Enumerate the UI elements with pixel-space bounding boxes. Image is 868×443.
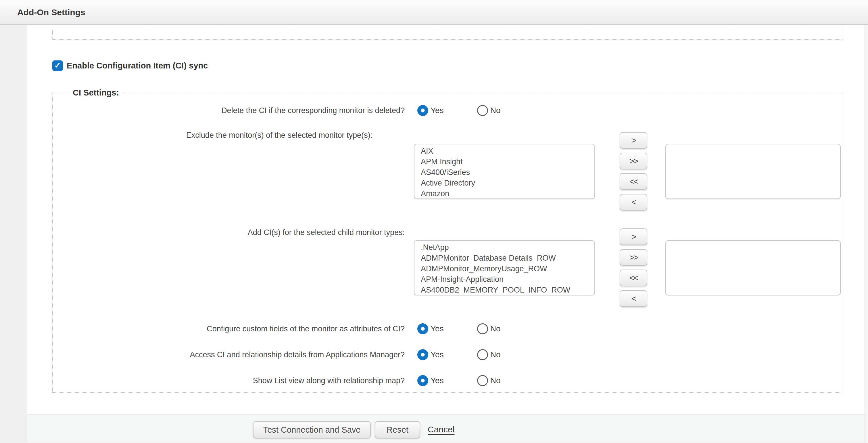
- exclude-monitors-label: Exclude the monitor(s) of the selected m…: [86, 130, 405, 140]
- access-ci-details-no-label[interactable]: No: [490, 350, 501, 359]
- configure-custom-fields-no-label[interactable]: No: [490, 324, 501, 333]
- page-title: Add-On Settings: [17, 7, 85, 17]
- previous-section-border: [52, 28, 843, 40]
- access-ci-details-question: Access CI and relationship details from …: [86, 350, 405, 360]
- enable-ci-sync-label: Enable Configuration Item (CI) sync: [67, 61, 208, 70]
- cancel-link[interactable]: Cancel: [428, 424, 455, 434]
- show-list-view-yes-radio[interactable]: [417, 375, 428, 386]
- ci-settings-legend: CI Settings:: [69, 88, 123, 97]
- test-connection-and-save-button[interactable]: Test Connection and Save: [253, 421, 371, 438]
- listbox-option[interactable]: APM-Insight-Application: [414, 274, 594, 285]
- exclude-move-all-right-button[interactable]: >>: [620, 153, 647, 170]
- access-ci-details-yes-radio[interactable]: [417, 349, 428, 360]
- listbox-option[interactable]: APM Insight: [414, 156, 594, 167]
- exclude-monitors-selected-listbox[interactable]: [665, 144, 841, 199]
- access-ci-details-radio-group: Yes No: [417, 349, 500, 361]
- listbox-option[interactable]: AS400DB2_MEMORY_POOL_INFO_ROW: [414, 285, 594, 295]
- listbox-option[interactable]: AS400/iSeries: [414, 167, 594, 178]
- show-list-view-radio-group: Yes No: [417, 375, 500, 387]
- listbox-option[interactable]: ADMPMonitor_MemoryUsage_ROW: [414, 264, 594, 274]
- listbox-option[interactable]: ADMPMonitor_Database Details_ROW: [414, 253, 594, 264]
- delete-ci-no-radio[interactable]: [477, 105, 488, 116]
- add-cis-label: Add CI(s) for the selected child monitor…: [86, 228, 405, 237]
- exclude-monitors-available-listbox[interactable]: AIXAPM InsightAS400/iSeriesActive Direct…: [414, 144, 595, 199]
- addci-move-all-right-button[interactable]: >>: [620, 249, 647, 266]
- configure-custom-fields-no-radio[interactable]: [477, 323, 488, 334]
- access-ci-details-no-radio[interactable]: [477, 349, 488, 360]
- show-list-view-no-label[interactable]: No: [490, 376, 501, 385]
- configure-custom-fields-question: Configure custom fields of the monitor a…: [86, 324, 405, 334]
- add-cis-selected-listbox[interactable]: [665, 240, 841, 295]
- exclude-move-all-left-button[interactable]: <<: [620, 173, 647, 190]
- listbox-option[interactable]: .NetApp: [414, 242, 594, 253]
- show-list-view-question: Show List view along with relationship m…: [86, 376, 405, 385]
- reset-button[interactable]: Reset: [375, 421, 420, 438]
- listbox-option[interactable]: Active Directory: [414, 178, 594, 188]
- add-cis-available-listbox[interactable]: .NetAppADMPMonitor_Database Details_ROWA…: [414, 240, 595, 295]
- addci-move-right-button[interactable]: >: [620, 228, 647, 245]
- enable-ci-sync-checkbox[interactable]: [52, 60, 63, 71]
- exclude-move-right-button[interactable]: >: [620, 132, 647, 149]
- exclude-move-left-button[interactable]: <: [620, 194, 647, 211]
- configure-custom-fields-radio-group: Yes No: [417, 323, 500, 335]
- listbox-option[interactable]: AIX: [414, 146, 594, 156]
- delete-ci-question: Delete the CI if the corresponding monit…: [86, 106, 405, 115]
- scrollbar-track[interactable]: [865, 25, 868, 443]
- addci-move-all-left-button[interactable]: <<: [620, 269, 647, 286]
- delete-ci-yes-label[interactable]: Yes: [431, 106, 444, 115]
- footer-bottom-strip: [27, 441, 865, 443]
- show-list-view-no-radio[interactable]: [477, 375, 488, 386]
- show-list-view-yes-label[interactable]: Yes: [431, 376, 444, 385]
- delete-ci-yes-radio[interactable]: [417, 105, 428, 116]
- addci-move-left-button[interactable]: <: [620, 290, 647, 307]
- configure-custom-fields-yes-radio[interactable]: [417, 323, 428, 334]
- page-header: Add-On Settings: [0, 0, 868, 25]
- access-ci-details-yes-label[interactable]: Yes: [431, 350, 444, 359]
- listbox-option[interactable]: Amazon: [414, 188, 594, 199]
- configure-custom-fields-yes-label[interactable]: Yes: [431, 324, 444, 333]
- delete-ci-radio-group: Yes No: [417, 105, 500, 117]
- delete-ci-no-label[interactable]: No: [490, 106, 501, 115]
